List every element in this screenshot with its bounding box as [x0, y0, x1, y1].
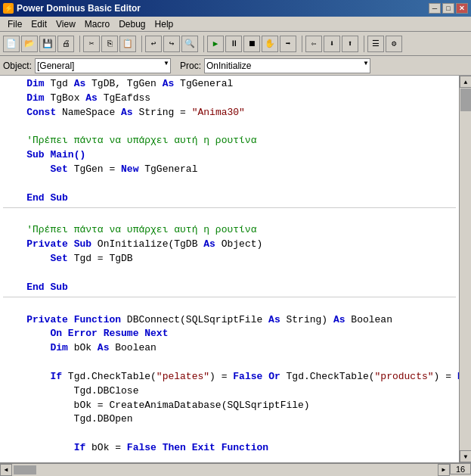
undo-button[interactable]: ↩ [145, 36, 162, 52]
code-line: 'Πρέπει πάντα να υπάρχει αυτή η ρουτίνα [3, 134, 456, 148]
copy-button[interactable]: ⎘ [101, 36, 118, 52]
code-line: Tgd.DBOpen [3, 412, 456, 427]
code-line: If bOk = False Then Exit Function [3, 441, 456, 456]
title-bar: ⚡ Power Dominus Basic Editor ─ □ ✕ [0, 0, 471, 17]
code-line: End Sub [3, 191, 456, 206]
object-proc-bar: Object: [General] Proc: OnInitialize [0, 56, 471, 76]
code-area[interactable]: Dim Tgd As TgDB, TgGen As TgGeneral Dim … [0, 76, 459, 462]
code-line: Dim bOk As Boolean [3, 341, 456, 356]
code-line: 'Πρέπει πάντα να υπάρχει αυτή η ρουτίνα [3, 223, 456, 238]
close-button[interactable]: ✕ [456, 3, 468, 14]
code-line: Private Function DBConnect(SQLSqriptFile… [3, 313, 456, 328]
menu-bar: File Edit View Macro Debug Help [0, 17, 471, 32]
menu-debug[interactable]: Debug [114, 17, 150, 31]
section-divider [3, 207, 456, 208]
app-icon: ⚡ [3, 3, 14, 14]
toggle-button[interactable]: ☰ [367, 36, 384, 52]
scroll-track [460, 88, 471, 450]
code-line: Dim Tgd As TgDB, TgGen As TgGeneral [3, 77, 456, 92]
save-button[interactable]: 💾 [39, 36, 56, 52]
stepinto-button[interactable]: ⬇ [324, 36, 340, 52]
proc-label: Proc: [180, 61, 201, 71]
scroll-thumb[interactable] [460, 89, 471, 111]
menu-view[interactable]: View [51, 17, 80, 31]
code-line [3, 120, 456, 135]
run-button[interactable]: ▶ [207, 36, 224, 52]
paste-button[interactable]: 📋 [119, 36, 136, 52]
section-divider [3, 297, 456, 297]
minimize-button[interactable]: ─ [429, 3, 441, 14]
step-button[interactable]: ➡ [280, 36, 296, 52]
code-line [3, 266, 456, 281]
scroll-track-h [12, 465, 438, 475]
object-label: Object: [3, 61, 32, 71]
code-line: Const NameSpace As String = "Anima30" [3, 106, 456, 120]
vertical-scrollbar[interactable]: ▲ ▼ [459, 76, 471, 462]
code-line: Dim TgBox As TgEafdss [3, 92, 456, 106]
scroll-down-arrow[interactable]: ▼ [460, 450, 471, 462]
code-line: bOk = CreateAnimaDatabase(SQLSqriptFile) [3, 399, 456, 413]
code-line: If Tgd.CheckTable("pelates") = False Or … [3, 370, 456, 384]
open-button[interactable]: 📂 [21, 36, 38, 52]
menu-edit[interactable]: Edit [26, 17, 51, 31]
toolbar: 📄 📂 💾 🖨 ✂ ⎘ 📋 ↩ ↪ 🔍 ▶ ⏸ ⏹ ✋ ➡ ⇦ ⬇ ⬆ ☰ ⚙ [0, 32, 471, 56]
code-line: Set Tgd = TgDB [3, 252, 456, 266]
options-button[interactable]: ⚙ [386, 36, 402, 52]
code-line [3, 356, 456, 370]
proc-select[interactable]: OnInitialize [204, 58, 370, 73]
menu-file[interactable]: File [3, 17, 26, 31]
hand-button[interactable]: ✋ [262, 36, 278, 52]
new-button[interactable]: 📄 [3, 36, 20, 52]
horizontal-scrollbar[interactable]: ◀ ▶ [0, 463, 450, 475]
code-line [3, 177, 456, 191]
stop-button[interactable]: ⏹ [243, 36, 260, 52]
scroll-left-arrow[interactable]: ◀ [0, 464, 12, 476]
code-line: Sub Main() [3, 148, 456, 163]
stepover-button[interactable]: ⬆ [342, 36, 358, 52]
code-line [3, 427, 456, 441]
code-line: Set TgGen = New TgGeneral [3, 163, 456, 177]
stepback-button[interactable]: ⇦ [305, 36, 322, 52]
find-button[interactable]: 🔍 [181, 36, 198, 52]
code-line: Tgd.DBClose [3, 384, 456, 399]
window-title: Power Dominus Basic Editor [17, 3, 141, 14]
redo-button[interactable]: ↪ [163, 36, 180, 52]
print-button[interactable]: 🖨 [57, 36, 74, 52]
code-line [3, 210, 456, 224]
pause-button[interactable]: ⏸ [225, 36, 242, 52]
cut-button[interactable]: ✂ [83, 36, 100, 52]
editor-container: Dim Tgd As TgDB, TgGen As TgGeneral Dim … [0, 76, 471, 462]
scroll-thumb-h[interactable] [14, 465, 36, 474]
menu-macro[interactable]: Macro [80, 17, 114, 31]
scroll-up-arrow[interactable]: ▲ [460, 76, 471, 88]
code-line: End Sub [3, 281, 456, 295]
object-select[interactable]: [General] [35, 58, 171, 73]
status-line-col: 16 [450, 463, 471, 474]
maximize-button[interactable]: □ [442, 3, 454, 14]
code-line: On Error Resume Next [3, 327, 456, 341]
scroll-right-arrow[interactable]: ▶ [438, 464, 450, 476]
code-line [3, 456, 456, 462]
code-line [3, 299, 456, 313]
code-line: Private Sub OnInitialize(TgDB As Object) [3, 238, 456, 252]
menu-help[interactable]: Help [150, 17, 178, 31]
